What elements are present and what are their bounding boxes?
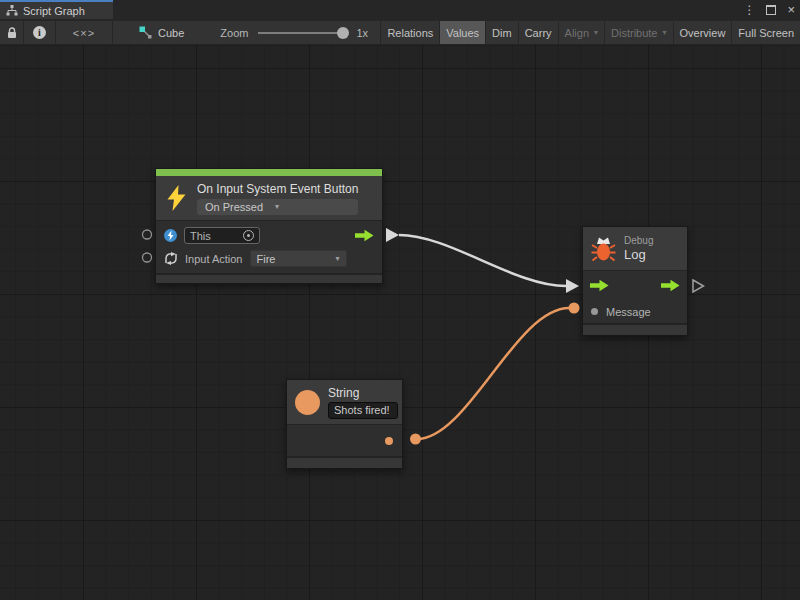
event-accent-bar: [156, 169, 382, 176]
string-output-port[interactable]: [385, 437, 393, 445]
flow-output-port-icon[interactable]: [661, 279, 680, 292]
lock-icon: [7, 27, 17, 39]
node-debug-log[interactable]: Debug Log Message: [582, 226, 688, 336]
toolbar-button-overview[interactable]: Overview: [673, 21, 732, 44]
zoom-value: 1x: [356, 27, 368, 39]
button-label: Dim: [492, 27, 512, 39]
edit-graph-button[interactable]: <×>: [56, 21, 113, 44]
input-action-icon: [164, 252, 178, 265]
flow-input-port-icon[interactable]: [590, 279, 609, 292]
chevron-down-icon: ▾: [594, 29, 598, 37]
message-port-row: Message: [583, 300, 687, 323]
close-icon[interactable]: ×: [787, 3, 795, 16]
gameobject-icon: [164, 229, 177, 242]
debug-node-footer: [583, 323, 687, 335]
toolbar-button-dim[interactable]: Dim: [485, 21, 518, 44]
input-action-value: Fire: [257, 253, 331, 265]
debug-node-header: Debug Log: [583, 227, 687, 271]
event-node-title: On Input System Event Button: [197, 182, 358, 196]
toolbar-button-values[interactable]: Values: [439, 21, 485, 44]
button-label: Full Screen: [738, 27, 794, 39]
bug-icon: [591, 236, 616, 262]
graph-hierarchy-icon: [6, 5, 18, 16]
tab-bar: Script Graph ⋮ ×: [0, 0, 800, 21]
string-type-icon: [295, 390, 320, 415]
input-action-row: Input Action Fire ▾: [156, 247, 382, 270]
debug-node-category: Debug: [624, 235, 653, 247]
toolbar-button-relations[interactable]: Relations: [380, 21, 439, 44]
event-node-footer: [156, 273, 382, 283]
graph-target-label: Cube: [158, 27, 184, 39]
toolbar-button-fullscreen[interactable]: Full Screen: [731, 21, 800, 44]
menu-kebab-icon[interactable]: ⋮: [743, 4, 755, 16]
message-input-port[interactable]: [591, 308, 598, 315]
tab-script-graph[interactable]: Script Graph: [0, 0, 113, 19]
toolbar-button-align[interactable]: Align ▾: [558, 21, 604, 44]
tab-title: Script Graph: [23, 5, 85, 17]
input-action-label: Input Action: [185, 253, 243, 265]
string-node-footer: [287, 456, 402, 468]
button-label: Relations: [387, 27, 433, 39]
input-action-dropdown[interactable]: Fire ▾: [250, 250, 347, 267]
string-value: Shots fired!: [334, 404, 392, 416]
event-node-header: On Input System Event Button On Pressed …: [156, 176, 382, 221]
node-on-input-system-event-button[interactable]: On Input System Event Button On Pressed …: [155, 168, 383, 284]
toolbar-button-carry[interactable]: Carry: [518, 21, 558, 44]
button-label: Values: [446, 27, 479, 39]
this-object-field[interactable]: This: [184, 227, 260, 244]
object-picker-icon[interactable]: [243, 230, 254, 241]
debug-node-title: Log: [624, 247, 653, 262]
info-icon: i: [33, 26, 46, 39]
string-node-title: String: [328, 386, 398, 400]
button-label: Carry: [525, 27, 552, 39]
chevron-down-icon: ▾: [335, 255, 339, 263]
string-value-field[interactable]: Shots fired!: [328, 402, 398, 419]
target-port-row: This: [156, 224, 382, 247]
zoom-slider-knob[interactable]: [337, 27, 349, 39]
lightning-bolt-icon: [166, 185, 187, 211]
event-type-value: On Pressed: [205, 201, 263, 213]
zoom-slider-track[interactable]: [258, 32, 346, 34]
flow-port-row: [583, 271, 687, 300]
zoom-label: Zoom: [220, 27, 248, 39]
graph-target[interactable]: Cube: [131, 21, 192, 44]
chevron-down-icon: ▾: [275, 203, 279, 211]
toolbar-button-distribute[interactable]: Distribute ▾: [604, 21, 672, 44]
button-label: Align: [565, 27, 589, 39]
lock-button[interactable]: [0, 21, 24, 44]
toolbar-spacer: [368, 21, 380, 44]
message-label: Message: [606, 306, 651, 318]
zoom-control: Zoom 1x: [220, 21, 368, 44]
button-label: Overview: [680, 27, 726, 39]
this-field-label: This: [190, 230, 239, 242]
button-label: Distribute: [611, 27, 657, 39]
maximize-icon[interactable]: [766, 5, 776, 15]
code-icon: <×>: [73, 27, 95, 39]
graph-asset-icon: [139, 26, 152, 39]
event-node-body: This Input Action Fire ▾: [156, 221, 382, 273]
window-controls: ⋮ ×: [743, 0, 795, 19]
graph-toolbar: i <×> Cube Zoom 1x Relations Values Dim …: [0, 21, 800, 45]
flow-output-port-icon[interactable]: [355, 229, 374, 242]
debug-node-body: Message: [583, 271, 687, 323]
string-node-header: String Shots fired!: [287, 380, 402, 425]
event-type-dropdown[interactable]: On Pressed ▾: [197, 199, 358, 215]
node-string-literal[interactable]: String Shots fired!: [286, 379, 403, 469]
chevron-down-icon: ▾: [663, 29, 667, 37]
string-node-body: [287, 425, 402, 456]
inspector-button[interactable]: i: [24, 21, 56, 44]
